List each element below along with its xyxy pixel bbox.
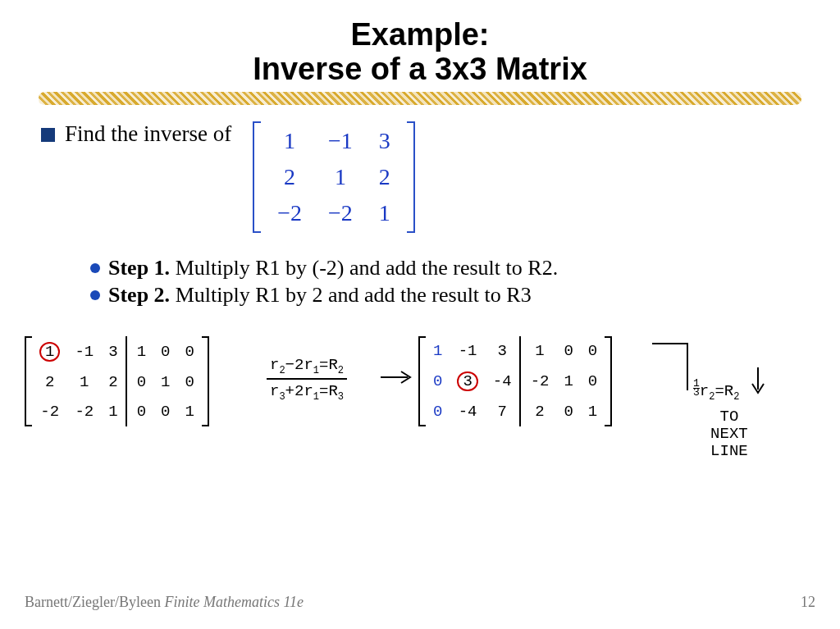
a2-b32: 0 <box>556 397 580 426</box>
a2-11: 1 <box>426 336 450 366</box>
square-bullet-icon <box>41 128 55 142</box>
a1-b32: 0 <box>153 397 177 426</box>
m-r3c2: −2 <box>315 195 366 231</box>
a1-31: -2 <box>32 397 67 426</box>
next-operation: 13r2=R2 TO NEXT LINE <box>693 367 765 460</box>
a2-32: -4 <box>450 397 485 426</box>
a1-13: 3 <box>101 336 126 368</box>
a2-b12: 0 <box>556 336 580 366</box>
to-text: TO <box>720 408 739 426</box>
bracket-left-icon <box>25 336 32 427</box>
a2-b21: -2 <box>520 366 557 398</box>
a1-23: 2 <box>101 367 126 397</box>
title-line1: Example: <box>351 17 490 52</box>
a1-21: 2 <box>32 367 67 397</box>
row-operations: r2−2r1=R2 r3+2r1=R3 <box>267 356 347 403</box>
a2-33: 7 <box>486 397 520 426</box>
a2-b31: 2 <box>520 397 557 426</box>
a1-11: 1 <box>32 336 67 368</box>
footer-authors: Barnett/Ziegler/Byleen <box>25 594 164 610</box>
a1-b21: 0 <box>126 367 153 397</box>
title-underline <box>39 92 801 105</box>
m-r1c1: 1 <box>264 123 315 159</box>
steps-list: Step 1. Multiply R1 by (-2) and add the … <box>90 256 799 308</box>
m-r2c2: 1 <box>315 159 366 195</box>
step2-text: Multiply R1 by 2 and add the result to R… <box>170 283 532 307</box>
input-matrix: 1 −1 3 2 1 2 −2 −2 1 <box>253 121 415 233</box>
step-1: Step 1. Multiply R1 by (-2) and add the … <box>90 256 799 280</box>
a2-b23: 0 <box>581 366 605 398</box>
augmented-matrix-1: 1 -1 3 1 0 0 2 1 2 0 1 0 -2 -2 1 0 0 <box>25 336 209 427</box>
a2-b13: 0 <box>581 336 605 366</box>
a2-b33: 1 <box>581 397 605 426</box>
a2-12: -1 <box>450 336 485 366</box>
line-text: LINE <box>710 442 748 460</box>
a1-b11: 1 <box>126 336 153 368</box>
footer-book: Finite Mathematics 11e <box>164 594 304 610</box>
bracket-left-icon <box>418 336 426 427</box>
page-number: 12 <box>801 594 815 611</box>
a1-b12: 0 <box>153 336 177 368</box>
a2-21: 0 <box>426 366 450 398</box>
arrow-right-icon <box>381 369 413 391</box>
step1-label: Step 1. <box>108 256 170 280</box>
m-r1c3: 3 <box>366 123 404 159</box>
bracket-left-icon <box>253 121 261 233</box>
m-r1c2: −1 <box>315 123 366 159</box>
dot-bullet-icon <box>90 290 100 300</box>
a1-b22: 1 <box>153 367 177 397</box>
arrow-down-icon <box>751 367 765 401</box>
m-r2c3: 2 <box>366 159 404 195</box>
continuation-hook-icon <box>652 343 688 390</box>
a2-13: 3 <box>486 336 520 366</box>
work-area: 1 -1 3 1 0 0 2 1 2 0 1 0 -2 -2 1 0 0 <box>16 328 824 492</box>
step1-text: Multiply R1 by (-2) and add the result t… <box>170 256 558 280</box>
a2-b22: 1 <box>556 366 580 398</box>
bracket-right-icon <box>407 121 415 233</box>
a1-32: -2 <box>67 397 101 426</box>
m-r2c1: 2 <box>264 159 315 195</box>
find-inverse-bullet: Find the inverse of 1 −1 3 2 1 2 −2 −2 1 <box>41 121 799 233</box>
slide-footer: Barnett/Ziegler/Byleen Finite Mathematic… <box>25 594 815 611</box>
title-line2: Inverse of a 3x3 Matrix <box>253 52 587 86</box>
next-text: NEXT <box>710 425 748 443</box>
dot-bullet-icon <box>90 263 100 273</box>
a1-b33: 1 <box>177 397 201 426</box>
m-r3c1: −2 <box>264 195 315 231</box>
a1-b31: 0 <box>126 397 153 426</box>
a1-12: -1 <box>67 336 101 368</box>
a1-b23: 0 <box>177 367 201 397</box>
a1-b13: 0 <box>177 336 201 368</box>
step2-label: Step 2. <box>108 283 170 307</box>
bracket-right-icon <box>202 336 209 427</box>
a1-22: 1 <box>67 367 101 397</box>
augmented-matrix-2: 1 -1 3 1 0 0 0 3 -4 -2 1 0 0 -4 7 2 0 <box>418 336 612 427</box>
a2-22: 3 <box>450 366 485 398</box>
find-inverse-text: Find the inverse of <box>65 121 231 147</box>
slide-title: Example: Inverse of a 3x3 Matrix <box>0 0 840 105</box>
a2-23: -4 <box>486 366 520 398</box>
m-r3c3: 1 <box>366 195 404 231</box>
a2-b11: 1 <box>520 336 557 366</box>
step-2: Step 2. Multiply R1 by 2 and add the res… <box>90 283 799 308</box>
a2-31: 0 <box>426 397 450 426</box>
bracket-right-icon <box>605 336 612 427</box>
a1-33: 1 <box>101 397 126 426</box>
